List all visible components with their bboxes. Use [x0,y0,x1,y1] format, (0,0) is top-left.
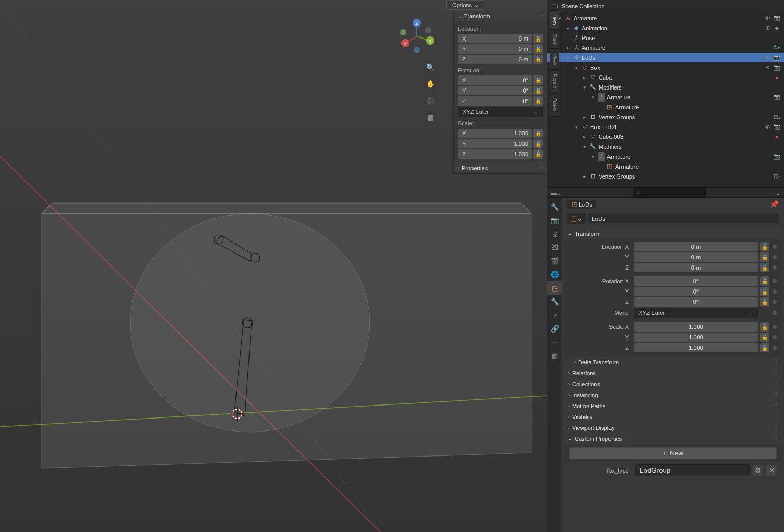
outliner-row-armature[interactable]: ▾人Armature📷 [547,92,784,102]
lock-sca-z[interactable]: 🔓 [533,149,543,159]
expand-toggle[interactable]: ▸ [581,174,588,179]
viewport-3d-area[interactable]: Options ⌄ [0,0,547,532]
outliner[interactable]: 🗀 Scene Collection ▾人Armature👁📷▸◆Animati… [547,0,784,187]
n-tab-item[interactable]: Item [550,10,559,30]
props-motion-header[interactable]: ›Motion Paths⠿ [564,400,782,411]
lock-loc-x[interactable]: 🔓 [533,34,543,43]
props-instancing-header[interactable]: ›Instancing⠿ [564,389,782,400]
visibility-toggle[interactable]: 👁 [763,14,771,22]
keyframe-sca-y[interactable] [773,335,777,339]
props-tab-world[interactable]: 🌐 [547,268,562,281]
props-loc-z-input[interactable]: 0 m [634,263,758,272]
pan-button[interactable]: ✋ [423,77,438,91]
expand-toggle[interactable]: ▸ [581,115,588,120]
outliner-row-armature[interactable]: ▾人Armature📷 [547,151,784,161]
props-delta-header[interactable]: ›Delta Transform⠿ [570,357,782,368]
location-x-input[interactable]: X0 m [458,34,532,43]
expand-toggle[interactable]: ▾ [589,154,596,159]
zoom-button[interactable]: 🔍 [423,60,438,74]
props-tab-viewlayer[interactable]: 🖼 [547,240,562,254]
datablock-icon[interactable]: ◳⌄ [567,213,586,224]
props-filter-button[interactable]: ⌄ [775,189,781,197]
keyframe-loc-y[interactable] [773,255,777,259]
props-custom-header[interactable]: ⌄Custom Properties⠿ [564,433,782,444]
props-tab-scene[interactable]: 🎬 [547,254,562,268]
props-sca-z-input[interactable]: 1.000 [634,343,758,352]
expand-toggle[interactable]: ▾ [589,95,596,100]
expand-toggle[interactable]: ▸ [564,26,571,31]
scale-z-input[interactable]: Z1.000 [458,149,532,159]
props-tab-modifiers[interactable]: 🔧 [547,295,562,308]
outliner-row-modifiers[interactable]: ▾🔧Modifiers [547,82,784,92]
outliner-row-cube[interactable]: ▸▽Cube● [547,72,784,82]
vgroup-icon[interactable]: ⊞₂ [773,172,781,181]
expand-toggle[interactable]: ▾ [573,65,580,70]
keyframe-rot-y[interactable] [773,289,777,294]
props-tab-texture[interactable]: ▦ [547,349,562,362]
props-lock-rot-z[interactable]: 🔓 [760,297,769,307]
render-toggle[interactable]: 📷 [773,123,781,131]
perspective-button[interactable]: ▦ [423,110,438,124]
lock-loc-z[interactable]: 🔓 [533,55,543,64]
rotation-mode-dropdown[interactable]: XYZ Euler [458,107,543,117]
expand-toggle[interactable]: ▸ [564,45,571,50]
nav-gizmo[interactable]: X Y Z [396,16,438,57]
pin-button[interactable]: 📌 [770,200,779,208]
props-lock-loc-z[interactable]: 🔓 [760,263,769,272]
custom-prop-delete-button[interactable]: ✕ [766,465,777,476]
expand-toggle[interactable]: ▾ [564,55,571,60]
props-tab-tool[interactable]: 🔧 [547,200,562,213]
custom-prop-value-input[interactable] [635,464,750,476]
lock-rot-z[interactable]: 🔓 [533,96,543,106]
props-sca-y-input[interactable]: 1.000 [634,333,758,342]
props-lock-sca-z[interactable]: 🔓 [760,343,769,352]
rotation-x-input[interactable]: X0° [458,75,532,85]
props-lock-sca-x[interactable]: 🔓 [760,322,769,332]
custom-prop-new-button[interactable]: New [569,447,777,459]
lock-sca-y[interactable]: 🔓 [533,139,543,148]
keyframe-rot-mode[interactable] [773,311,777,315]
props-relations-header[interactable]: ›Relations⠿ [564,368,782,378]
material-icon[interactable]: ● [773,133,781,141]
outliner-row-lods[interactable]: ▾⊹LoDs👁📷 [547,53,784,62]
render-toggle[interactable]: 📷 [773,54,781,62]
keyframe-rot-x[interactable] [773,279,777,283]
action-icon[interactable]: ◆ [773,24,781,32]
props-rot-z-input[interactable]: 0° [634,297,758,307]
render-toggle[interactable]: 📷 [773,93,781,102]
props-collections-header[interactable]: ›Collections⠿ [564,378,782,389]
props-editor-type-icon[interactable]: ▬⌄ [551,189,563,197]
npanel-transform-header[interactable]: ⌄Transform⠿ [454,10,547,21]
keyframe-sca-z[interactable] [773,346,777,350]
bone-icon[interactable]: ⥀₂ [773,44,781,52]
outliner-row-armature[interactable]: ▾人Armature👁📷 [547,13,784,23]
props-loc-x-input[interactable]: 0 m [634,242,758,251]
props-tab-data[interactable]: ⊹ [547,335,562,349]
keyframe-rot-z[interactable] [773,300,777,304]
camera-button[interactable]: 🎥 [423,93,438,108]
props-loc-y-input[interactable]: 0 m [634,252,758,262]
props-lock-sca-y[interactable]: 🔓 [760,333,769,342]
props-rot-mode-dropdown[interactable]: XYZ Euler [634,308,758,318]
scale-x-input[interactable]: X1.000 [458,129,532,138]
lock-rot-y[interactable]: 🔓 [533,86,543,95]
n-tab-batex[interactable]: Batex [550,94,559,117]
outliner-row-armature[interactable]: ◳Armature [547,161,784,171]
lock-loc-y[interactable]: 🔓 [533,44,543,54]
props-tab-constraints[interactable]: 🔗 [547,322,562,335]
keyframe-loc-x[interactable] [773,245,777,249]
lock-sca-x[interactable]: 🔓 [533,129,543,138]
render-toggle[interactable]: 📷 [773,153,781,161]
n-tab-tool[interactable]: Tool [550,30,559,48]
props-lock-rot-y[interactable]: 🔓 [760,287,769,296]
expand-toggle[interactable]: ▾ [573,124,580,130]
location-z-input[interactable]: Z0 m [458,55,532,64]
props-tab-object[interactable]: ◳ [547,281,562,295]
keyframe-sca-x[interactable] [773,325,777,329]
material-icon[interactable]: ● [773,73,781,82]
visibility-toggle[interactable]: 👁 [763,64,771,72]
visibility-toggle[interactable]: 👁 [763,54,771,62]
location-y-input[interactable]: Y0 m [458,44,532,54]
props-sca-x-input[interactable]: 1.000 [634,322,758,332]
outliner-row-box[interactable]: ▾▽Box👁📷 [547,62,784,72]
